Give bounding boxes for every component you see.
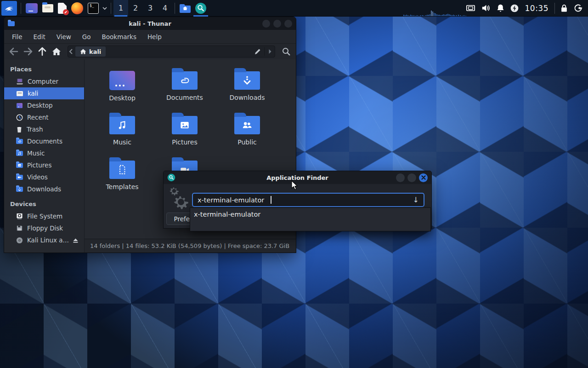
chevron-right-icon[interactable] bbox=[267, 49, 272, 54]
panel-activity-graph bbox=[403, 10, 467, 16]
videos-folder-icon bbox=[16, 175, 23, 180]
close-button[interactable] bbox=[284, 20, 292, 28]
chevron-left-icon[interactable] bbox=[69, 49, 74, 54]
places-header: Places bbox=[4, 63, 84, 75]
logout-button[interactable] bbox=[571, 0, 585, 17]
maximize-button[interactable] bbox=[273, 20, 281, 28]
sidebar-label: Pictures bbox=[27, 161, 51, 169]
text-editor-icon bbox=[58, 3, 67, 14]
workspace-4[interactable]: 4 bbox=[158, 0, 172, 17]
search-button[interactable] bbox=[281, 46, 291, 57]
sidebar-item-kali[interactable]: kali bbox=[4, 87, 84, 99]
minimize-button[interactable] bbox=[396, 173, 405, 182]
workspace-1[interactable]: 1 bbox=[113, 0, 128, 17]
file-downloads[interactable]: Downloads bbox=[216, 64, 278, 109]
sidebar-label: Downloads bbox=[27, 185, 61, 193]
home-button[interactable] bbox=[51, 46, 62, 57]
home-icon bbox=[80, 48, 86, 55]
edit-pencil-icon[interactable] bbox=[254, 48, 261, 55]
kali-menu-button[interactable] bbox=[1, 1, 17, 16]
sidebar-label: Recent bbox=[27, 114, 49, 121]
devices-header: Devices bbox=[4, 195, 84, 210]
eject-button[interactable] bbox=[73, 237, 79, 245]
menu-file[interactable]: File bbox=[12, 33, 23, 40]
completion-item[interactable]: x-terminal-emulator bbox=[190, 208, 430, 218]
downloads-folder-icon bbox=[234, 71, 260, 90]
sidebar-item-trash[interactable]: Trash bbox=[4, 123, 84, 135]
desktop-icon bbox=[26, 3, 38, 13]
sidebar-item-pictures[interactable]: Pictures bbox=[4, 159, 84, 171]
close-icon bbox=[421, 175, 426, 180]
top-panel: $_ 1 2 3 4 10:35 bbox=[0, 0, 588, 17]
terminal-launcher-dropdown[interactable] bbox=[101, 0, 108, 17]
sidebar-label: kali bbox=[28, 90, 38, 97]
sidebar-item-kali-linux-cd[interactable]: Kali Linux a… bbox=[4, 234, 84, 246]
maximize-button[interactable] bbox=[407, 173, 416, 182]
power-manager-tray-button[interactable] bbox=[508, 0, 521, 17]
thunar-titlebar[interactable]: kali - Thunar bbox=[4, 17, 296, 30]
back-button[interactable] bbox=[9, 46, 19, 57]
app-finder-icon bbox=[195, 2, 207, 14]
panel-clock[interactable]: 10:35 bbox=[521, 4, 553, 13]
file-documents[interactable]: Documents bbox=[153, 64, 216, 109]
floppy-disk-icon bbox=[16, 225, 23, 231]
menu-bookmarks[interactable]: Bookmarks bbox=[102, 33, 136, 40]
sidebar-item-documents[interactable]: Documents bbox=[4, 135, 84, 147]
panel-separator bbox=[554, 3, 555, 14]
bell-icon bbox=[496, 3, 505, 13]
sidebar-item-floppy-disk[interactable]: Floppy Disk bbox=[4, 222, 84, 234]
panel-separator bbox=[21, 3, 21, 14]
pathbar[interactable]: kali bbox=[68, 46, 275, 58]
user-home-icon bbox=[16, 91, 23, 97]
file-public[interactable]: Public bbox=[216, 109, 278, 153]
statusbar-text: 14 folders | 14 files: 53.2 KiB (54,509 … bbox=[90, 242, 289, 249]
file-templates[interactable]: Templates bbox=[91, 153, 153, 198]
system-tray: 10:35 bbox=[463, 0, 588, 17]
public-folder-icon bbox=[234, 116, 260, 134]
file-label: Public bbox=[237, 138, 256, 146]
combo-arrow-icon[interactable]: ↓ bbox=[413, 196, 419, 204]
menu-go[interactable]: Go bbox=[82, 33, 91, 40]
sidebar-item-videos[interactable]: Videos bbox=[4, 171, 84, 183]
close-button[interactable] bbox=[419, 173, 428, 182]
forward-button[interactable] bbox=[23, 46, 33, 57]
gear-icon bbox=[171, 192, 191, 212]
sidebar-item-computer[interactable]: Computer bbox=[4, 75, 84, 87]
workspace-3[interactable]: 3 bbox=[143, 0, 158, 17]
menu-edit[interactable]: Edit bbox=[34, 33, 45, 40]
sidebar-item-music[interactable]: Music bbox=[4, 147, 84, 159]
file-pictures[interactable]: Pictures bbox=[153, 109, 216, 153]
trash-icon bbox=[16, 126, 23, 133]
text-editor-launcher[interactable] bbox=[56, 0, 69, 17]
pathbar-segment-kali[interactable]: kali bbox=[75, 46, 106, 57]
menu-help[interactable]: Help bbox=[147, 33, 162, 40]
workspace-2[interactable]: 2 bbox=[128, 0, 143, 17]
file-label: Downloads bbox=[230, 94, 265, 101]
sidebar-item-recent[interactable]: Recent bbox=[4, 111, 84, 123]
taskbar-appfinder-button[interactable] bbox=[193, 0, 209, 17]
sidebar-item-downloads[interactable]: Downloads bbox=[4, 183, 84, 195]
minimize-button[interactable] bbox=[262, 20, 270, 28]
up-button[interactable] bbox=[37, 46, 47, 57]
sidebar-item-file-system[interactable]: File System bbox=[4, 210, 84, 222]
gear-icon bbox=[171, 216, 171, 222]
lock-screen-button[interactable] bbox=[557, 0, 571, 17]
volume-tray-button[interactable] bbox=[478, 0, 493, 17]
sidebar-label: Kali Linux a… bbox=[27, 236, 69, 244]
terminal-launcher[interactable]: $_ bbox=[85, 0, 101, 17]
firefox-launcher[interactable] bbox=[69, 0, 85, 17]
file-manager-icon bbox=[42, 4, 53, 12]
file-manager-launcher[interactable] bbox=[40, 0, 56, 17]
sidebar-item-desktop[interactable]: Desktop bbox=[4, 99, 84, 111]
desktop-launcher[interactable] bbox=[23, 0, 40, 17]
notifications-tray-button[interactable] bbox=[493, 0, 508, 17]
thunar-sidebar: Places Computer kali Desktop Recent Tras… bbox=[4, 59, 85, 253]
volume-icon bbox=[481, 3, 491, 13]
appfinder-search-input[interactable]: x-terminal-emulator ↓ bbox=[192, 193, 424, 207]
chevron-down-icon bbox=[102, 6, 107, 11]
file-music[interactable]: Music bbox=[91, 109, 153, 153]
taskbar-thunar-button[interactable] bbox=[177, 0, 193, 17]
file-desktop[interactable]: Desktop bbox=[91, 64, 153, 109]
menu-view[interactable]: View bbox=[57, 33, 71, 40]
pathbar-location: kali bbox=[89, 48, 101, 55]
